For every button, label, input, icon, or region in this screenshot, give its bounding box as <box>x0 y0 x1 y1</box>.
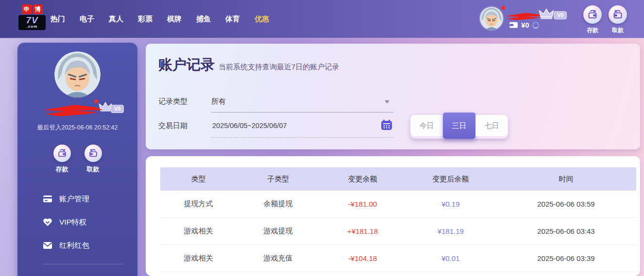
range-button-three-days[interactable]: 三日 <box>443 113 475 139</box>
cell-type: 游戏相关 <box>160 227 237 236</box>
nav-item-slots[interactable]: 电子 <box>80 15 94 24</box>
sidebar-divider <box>43 264 123 264</box>
sidebar-withdraw-icon <box>85 145 102 162</box>
sidebar-item-label: 红利红包 <box>59 241 89 251</box>
sidebar-withdraw-button[interactable]: 取款 <box>85 145 102 174</box>
refresh-balance-icon[interactable] <box>532 22 539 29</box>
record-type-select[interactable]: 所有 <box>211 91 393 113</box>
cell-time: 2025-06-06 03:39 <box>496 254 636 262</box>
nav-item-lottery[interactable]: 彩票 <box>138 15 153 24</box>
logo-name: 7V <box>18 16 46 25</box>
cell-balance-after: ¥181.19 <box>406 227 496 235</box>
sidebar-item-label: VIP特权 <box>59 217 86 227</box>
header-change-amount: 变更余额 <box>320 175 405 184</box>
table-row: 提现方式 余额提现 -¥181.00 ¥0.19 2025-06-06 03:5… <box>160 191 636 218</box>
header-type: 类型 <box>160 175 237 184</box>
cell-type: 提现方式 <box>160 199 237 209</box>
cell-subtype: 余额提现 <box>237 199 320 209</box>
balance-area: ¥0 <box>509 21 539 29</box>
nav-item-hot[interactable]: 热门 <box>51 15 65 24</box>
withdraw-button[interactable]: 取款 <box>607 5 628 34</box>
notification-dot <box>501 6 505 10</box>
range-button-today[interactable]: 今日 <box>410 115 443 136</box>
wallet-icon <box>509 21 518 29</box>
table-header-row: 类型 子类型 变更余额 变更后余额 时间 <box>160 167 636 191</box>
cell-change-amount: -¥181.00 <box>320 200 405 208</box>
cell-subtype: 游戏充值 <box>237 254 320 263</box>
title-row: 账户记录 当前系统支持查询最近7日的账户记录 <box>158 55 339 75</box>
calendar-icon[interactable] <box>381 119 392 130</box>
sidebar-item-vip-privileges[interactable]: VIP特权 <box>43 211 137 234</box>
sidebar-item-label: 账户管理 <box>59 194 89 204</box>
sidebar: V0 最后登入2025-06-06 20:52:42 存款 取款 <box>17 43 137 276</box>
cell-change-amount: +¥181.18 <box>320 227 405 235</box>
sidebar-notification-dot <box>94 99 98 103</box>
withdraw-label: 取款 <box>607 26 628 34</box>
deposit-label: 存款 <box>582 26 603 34</box>
header-balance-after: 变更后余额 <box>406 175 496 184</box>
nav-item-live[interactable]: 真人 <box>109 15 123 24</box>
main-nav: 热门 电子 真人 彩票 棋牌 捕鱼 体育 优惠 <box>51 0 269 38</box>
site-logo[interactable]: 申 博 7V .com <box>18 4 46 30</box>
chevron-down-icon <box>385 100 390 103</box>
cell-balance-after: ¥0.19 <box>406 200 496 208</box>
deposit-icon <box>583 5 602 24</box>
page-title: 账户记录 <box>158 55 215 75</box>
card-icon <box>43 195 52 203</box>
date-range-input[interactable]: 2025/06/05~2025/06/07 <box>211 114 393 138</box>
last-login-text: 最后登入2025-06-06 20:52:42 <box>17 124 137 132</box>
cell-subtype: 游戏提现 <box>237 227 320 236</box>
table-row: 游戏相关 游戏提现 +¥181.18 ¥181.19 2025-06-06 03… <box>160 218 636 245</box>
record-type-label: 记录类型 <box>158 97 187 106</box>
range-button-seven-days[interactable]: 七日 <box>475 115 508 136</box>
transaction-date-label: 交易日期 <box>158 121 187 130</box>
sidebar-item-account-management[interactable]: 账户管理 <box>43 187 137 211</box>
nav-item-promos[interactable]: 优惠 <box>254 15 269 24</box>
sidebar-deposit-label: 存款 <box>53 165 71 174</box>
sidebar-avatar[interactable] <box>54 51 101 97</box>
logo-box: 7V .com <box>18 15 46 30</box>
cell-type: 游戏相关 <box>160 254 237 263</box>
sidebar-quick-actions: 存款 取款 <box>17 145 137 174</box>
sidebar-deposit-icon <box>53 145 71 162</box>
logo-tld: .com <box>18 25 46 29</box>
record-type-value: 所有 <box>211 97 226 106</box>
nav-item-sports[interactable]: 体育 <box>225 15 240 24</box>
account-records-filter-card: 账户记录 当前系统支持查询最近7日的账户记录 记录类型 所有 交易日期 2025… <box>146 44 640 149</box>
cell-time: 2025-06-06 03:59 <box>496 200 636 208</box>
sidebar-withdraw-label: 取款 <box>85 165 102 174</box>
balance-amount: ¥0 <box>521 21 529 29</box>
sidebar-redacted-username-scribble <box>40 103 105 118</box>
logo-badges: 申 博 <box>18 4 46 14</box>
withdraw-icon <box>609 5 627 24</box>
page: 申 博 7V .com 热门 电子 真人 彩票 棋牌 捕鱼 体育 优惠 V0 <box>0 0 644 276</box>
sidebar-deposit-button[interactable]: 存款 <box>53 145 71 174</box>
sidebar-menu: 账户管理 VIP特权 红利红包 我的钱包 <box>17 187 137 276</box>
sidebar-vip-level-badge: V0 <box>111 105 124 113</box>
page-subtitle: 当前系统支持查询最近7日的账户记录 <box>219 63 339 72</box>
sidebar-username-area: V0 <box>17 101 137 121</box>
logo-badge-right: 博 <box>33 4 43 14</box>
envelope-icon <box>43 242 52 249</box>
cell-time: 2025-06-06 03:43 <box>496 227 636 235</box>
deposit-button[interactable]: 存款 <box>582 5 603 34</box>
date-range-quick-buttons: 今日 三日 七日 <box>410 115 508 139</box>
nav-item-cards[interactable]: 棋牌 <box>167 15 182 24</box>
header-time: 时间 <box>496 175 636 184</box>
vip-crown-icon <box>538 8 555 20</box>
user-avatar[interactable] <box>480 7 503 30</box>
logo-badge-left: 申 <box>22 4 32 14</box>
vip-heart-icon <box>43 218 52 227</box>
top-nav-bar: 申 博 7V .com 热门 电子 真人 彩票 棋牌 捕鱼 体育 优惠 V0 <box>0 0 644 38</box>
date-range-value: 2025/06/05~2025/06/07 <box>212 122 287 130</box>
cell-balance-after: ¥0.01 <box>406 254 496 262</box>
sidebar-item-bonus-redpacket[interactable]: 红利红包 <box>43 234 137 257</box>
vip-level-badge: V0 <box>554 11 567 19</box>
nav-item-fishing[interactable]: 捕鱼 <box>196 15 211 24</box>
cell-change-amount: -¥104.18 <box>320 254 405 262</box>
sidebar-item-my-wallet[interactable]: 我的钱包 <box>43 268 137 276</box>
header-subtype: 子类型 <box>237 175 320 184</box>
records-table-card: 类型 子类型 变更余额 变更后余额 时间 提现方式 余额提现 -¥181.00 … <box>146 156 640 276</box>
table-row: 游戏相关 游戏充值 -¥104.18 ¥0.01 2025-06-06 03:3… <box>160 245 636 272</box>
